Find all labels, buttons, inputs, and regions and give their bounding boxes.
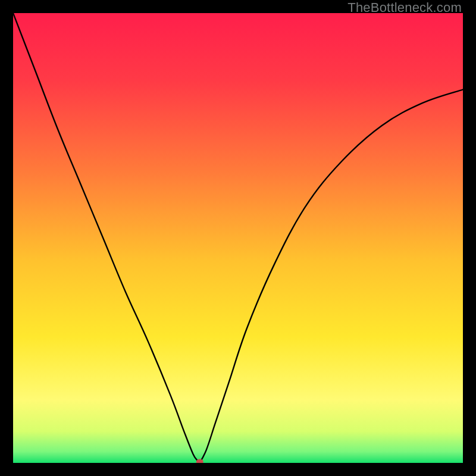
- gradient-background: [13, 13, 463, 463]
- chart-frame: [13, 13, 463, 463]
- chart-svg: [13, 13, 463, 463]
